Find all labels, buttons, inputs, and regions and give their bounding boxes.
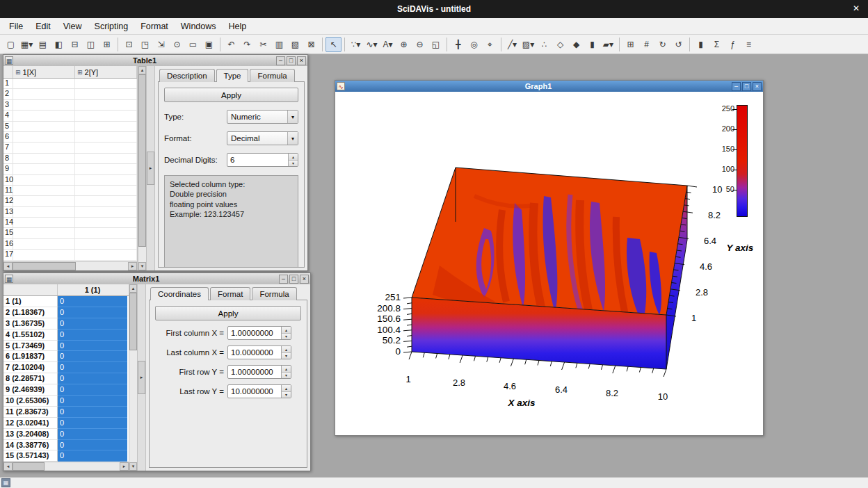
- import-ascii-button[interactable]: ⇲: [153, 37, 169, 52]
- plot-lines-dropdown-button[interactable]: ∿▾: [364, 37, 380, 52]
- table1-cell[interactable]: [75, 250, 137, 259]
- table1-minimize-button[interactable]: –: [276, 56, 285, 65]
- scroll-down-icon[interactable]: ▾: [129, 462, 137, 471]
- matrix1-tab-coordinates[interactable]: Coordinates: [150, 287, 209, 300]
- table1-column-header-1[interactable]: ⊞ 1[X]: [13, 66, 75, 78]
- undo-button[interactable]: ↶: [223, 37, 239, 52]
- open-template-button[interactable]: ◫: [83, 37, 99, 52]
- decimal-digits-input[interactable]: 6 ▴▾: [227, 153, 298, 167]
- matrix1-row-header[interactable]: 10 (2.65306): [3, 396, 58, 407]
- matrix1-vscrollbar[interactable]: ▴ ▾: [129, 284, 137, 471]
- table1-cell[interactable]: [13, 186, 75, 195]
- spin-down-icon[interactable]: ▾: [289, 161, 298, 167]
- column-format-select[interactable]: Decimal ▾: [227, 131, 298, 145]
- export-pdf-button[interactable]: ◳: [137, 37, 153, 52]
- table1-apply-button[interactable]: Apply: [164, 88, 298, 102]
- matrix1-hscroll-track[interactable]: [13, 462, 120, 471]
- spin-down-icon[interactable]: ▾: [282, 392, 291, 398]
- first-column-x-input[interactable]: 1.00000000 ▴▾: [227, 326, 291, 340]
- chevron-down-icon[interactable]: ▾: [287, 111, 298, 123]
- matrix1-tab-formula[interactable]: Formula: [252, 287, 296, 300]
- pointer-tool-button[interactable]: ↖: [326, 37, 341, 52]
- scroll-up-icon[interactable]: ▴: [138, 66, 146, 74]
- table1-row-number[interactable]: 10: [3, 175, 13, 185]
- matrix1-row-header[interactable]: 11 (2.83673): [3, 407, 58, 418]
- matrix1-apply-button[interactable]: Apply: [155, 306, 301, 320]
- table1-row-number[interactable]: 6: [3, 132, 13, 142]
- table1-cell[interactable]: [75, 207, 137, 217]
- table1-vscrollbar[interactable]: ▴ ▾: [138, 66, 146, 270]
- table1-cell[interactable]: [75, 79, 137, 88]
- matrix1-cell[interactable]: 0: [58, 429, 127, 440]
- table1-hscroll-track[interactable]: [13, 262, 128, 270]
- chevron-down-icon[interactable]: ▾: [287, 132, 298, 145]
- graph1-minimize-button[interactable]: –: [732, 82, 741, 91]
- spin-up-icon[interactable]: ▴: [282, 327, 291, 334]
- draw-line-dropdown-button[interactable]: ╱▾: [504, 37, 520, 52]
- menu-view[interactable]: View: [57, 19, 88, 33]
- table1-cell[interactable]: [75, 100, 137, 110]
- table1-cell[interactable]: [13, 207, 75, 217]
- save-project-button[interactable]: ⊟: [67, 37, 83, 52]
- first-row-y-input[interactable]: 1.00000000 ▴▾: [227, 365, 291, 379]
- table1-cell[interactable]: [13, 250, 75, 259]
- add-text-dropdown-button[interactable]: A▾: [380, 37, 396, 52]
- table1-row-number[interactable]: 13: [3, 207, 13, 217]
- spin-up-icon[interactable]: ▴: [282, 346, 291, 353]
- last-row-y-input[interactable]: 10.0000000 ▴▾: [227, 384, 291, 398]
- table1-tab-formula[interactable]: Formula: [250, 69, 294, 82]
- menu-format[interactable]: Format: [134, 19, 175, 33]
- minimized-window-icon[interactable]: ▦: [1, 478, 10, 487]
- print-button[interactable]: ⊡: [121, 37, 137, 52]
- new-project-button[interactable]: ▢: [3, 37, 19, 52]
- data-reader-button[interactable]: ◎: [466, 37, 482, 52]
- table1-row-number[interactable]: 8: [3, 154, 13, 163]
- table1-cell[interactable]: [75, 175, 137, 185]
- add-column-button[interactable]: ▮: [693, 37, 709, 52]
- menu-scripting[interactable]: Scripting: [88, 19, 135, 33]
- matrix1-close-button[interactable]: ×: [300, 275, 309, 284]
- statistics-button[interactable]: Σ: [709, 37, 725, 52]
- matrix1-row-header[interactable]: 1 (1): [3, 296, 58, 307]
- table1-hscrollbar[interactable]: ◂ ▸: [3, 261, 137, 270]
- table1-row-number[interactable]: 7: [3, 143, 13, 152]
- menu-file[interactable]: File: [3, 19, 29, 33]
- table1-row-number[interactable]: 5: [3, 122, 13, 131]
- graph1-canvas[interactable]: 251 200.8 150.6 100.4 50.2 0 1 2.8 4.6 6…: [335, 92, 763, 435]
- spin-up-icon[interactable]: ▴: [282, 385, 291, 392]
- table1-cell[interactable]: [13, 132, 75, 142]
- graph1-maximize-button[interactable]: □: [742, 82, 751, 91]
- table1-row-number[interactable]: 1: [3, 79, 13, 88]
- matrix1-column-header[interactable]: 1 (1): [58, 284, 127, 295]
- table1-cell[interactable]: [75, 239, 137, 249]
- matrix1-cell[interactable]: 0: [58, 418, 127, 429]
- table1-panel-toggle[interactable]: ▸: [147, 152, 154, 185]
- table1-panel-splitter[interactable]: ▸: [146, 66, 155, 270]
- table1-tab-description[interactable]: Description: [159, 69, 215, 82]
- reset-rotation-button[interactable]: ↺: [670, 37, 686, 52]
- matrix1-panel-splitter[interactable]: ▸: [137, 284, 146, 471]
- graph1-close-button[interactable]: ×: [753, 82, 762, 91]
- table1-close-button[interactable]: ×: [297, 56, 306, 65]
- table1-row-number[interactable]: 3: [3, 100, 13, 110]
- matrix1-cell[interactable]: 0: [58, 296, 127, 307]
- paste-button[interactable]: ▧: [287, 37, 303, 52]
- matrix1-row-header[interactable]: 8 (2.28571): [3, 373, 58, 384]
- app-close-icon[interactable]: ✕: [853, 3, 860, 13]
- grid-style-button[interactable]: ⊞: [622, 37, 638, 52]
- matrix1-maximize-button[interactable]: □: [289, 275, 298, 284]
- set-values-button[interactable]: ƒ: [725, 37, 741, 52]
- matrix1-panel-toggle[interactable]: ▸: [138, 361, 145, 394]
- table1-row-number[interactable]: 2: [3, 89, 13, 99]
- table1-row-number[interactable]: 12: [3, 196, 13, 206]
- table1-row-number[interactable]: 15: [3, 228, 13, 238]
- table1-cell[interactable]: [13, 175, 75, 185]
- matrix1-cell[interactable]: 0: [58, 307, 127, 318]
- plot-points-dropdown-button[interactable]: ∵▾: [348, 37, 364, 52]
- zoom-out-button[interactable]: ⊖: [412, 37, 428, 52]
- matrix1-vscroll-thumb[interactable]: [129, 293, 137, 350]
- matrix1-row-header[interactable]: 15 (3.57143): [3, 450, 58, 462]
- table1-row-number[interactable]: 17: [3, 250, 13, 259]
- matrix1-row-header[interactable]: 5 (1.73469): [3, 341, 58, 352]
- screen-reader-button[interactable]: ╋: [450, 37, 466, 52]
